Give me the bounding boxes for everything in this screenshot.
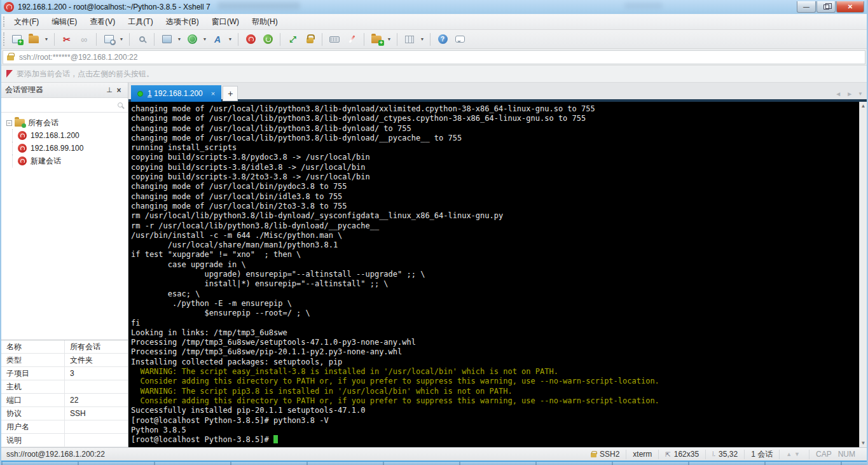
tile-button[interactable] [402,32,417,47]
status-cursor-position: ⁞. 35,32 [705,450,744,459]
property-row: 协议SSH [1,407,128,420]
terminal-line: copying build/scripts-3.8/2to3-3.8 -> /u… [131,172,859,182]
session-search-input[interactable] [4,99,118,111]
session-properties-dropdown[interactable]: ▼ [118,32,125,47]
highlight-button[interactable] [344,32,359,47]
menu-item[interactable]: 文件(F) [8,15,45,29]
status-caps-lock: CAP [809,450,838,459]
toolbar: + ▼ ✂ ∞ ✱ ▼ ▼ ▼ A ▼ ⤢ + ▼ ▼ ? [1,30,867,49]
terminal-line: Processing /tmp/tmp3_6u8swe/pip-20.1.1-p… [131,347,859,357]
session-icon [18,144,27,153]
xshell-app-icon [4,2,14,12]
xftp-button[interactable] [260,32,275,47]
search-icon[interactable] [118,102,123,108]
background-window-artifact [624,3,663,9]
disconnect-button[interactable]: ✂ [59,32,74,47]
menu-item[interactable]: 查看(V) [83,15,121,29]
terminal-line: esac; \ [131,289,859,299]
session-item[interactable]: 192.168.1.200 [4,129,125,142]
window-title: 192.168.1.200 - root@localhost:~/Python-… [18,3,210,11]
menu-item[interactable]: 窗口(W) [205,15,245,29]
close-button[interactable]: ✕ [836,1,864,13]
terminal-line: Successfully installed pip-20.1.1 setupt… [131,406,859,415]
help-button[interactable]: ? [435,32,450,47]
address-field[interactable]: ssh://root:******@192.168.1.200:22 [3,50,865,64]
tab-close-icon[interactable]: × [211,90,215,97]
xshell-button[interactable] [243,32,258,47]
fullscreen-icon: ⤢ [289,34,295,45]
session-properties-button[interactable]: ✱ [101,32,116,47]
web-dropdown[interactable]: ▼ [202,32,208,47]
terminal-output[interactable]: changing mode of /usr/local/lib/python3.… [128,102,859,447]
ssh-lock-icon [591,453,596,457]
property-row: 类型文件夹 [1,354,128,367]
find-button[interactable] [134,32,149,47]
reconnect-icon: ∞ [81,34,87,45]
menu-item[interactable]: 工具(T) [121,15,159,29]
tree-root-all-sessions[interactable]: − 所有会话 [4,116,125,129]
feedback-button[interactable] [452,32,467,47]
new-file-dropdown[interactable]: ▼ [386,32,392,47]
tab-list-dropdown-icon[interactable]: ▼ [858,91,863,97]
property-label: 子项目 [1,367,65,380]
session-label: 192.168.1.200 [31,131,79,140]
scroll-up-down-icons[interactable]: ▲▼ [786,451,803,457]
tab-scroll-left-icon[interactable]: ◄ [835,90,841,97]
property-label: 协议 [1,407,65,420]
open-session-dropdown[interactable]: ▼ [43,32,50,47]
feedback-icon [455,36,465,43]
terminal-line: changing mode of /usr/local/lib/python3.… [131,104,859,114]
scroll-down-icon[interactable]: ▼ [861,440,866,446]
session-properties-table: 名称所有会话类型文件夹子项目3主机端口22协议SSH用户名说明 [1,340,128,447]
new-session-button[interactable]: + [9,32,24,47]
web-button[interactable] [184,32,200,47]
property-row: 说明 [1,434,128,447]
pin-icon[interactable]: ⊥ [105,86,114,94]
title-bar[interactable]: 192.168.1.200 - root@localhost:~/Python-… [1,0,867,14]
font-icon: A [214,34,221,45]
new-tab-button[interactable]: + [223,86,238,101]
new-file-button[interactable]: + [369,32,384,47]
panel-close-icon[interactable]: × [114,86,124,95]
menu-item[interactable]: 选项卡(B) [160,15,205,29]
terminal-line: Consider adding this directory to PATH o… [131,377,859,386]
virtual-keyboard-button[interactable] [327,32,342,47]
collapse-icon[interactable]: − [6,120,12,126]
status-scroll-buttons[interactable]: ▲▼ [779,450,809,459]
tab-label: 192.168.1.200 [154,89,203,98]
menu-item[interactable]: 帮助(H) [245,15,284,29]
menu-item[interactable]: 编辑(E) [45,15,83,29]
session-item[interactable]: 新建会话 [4,155,125,167]
reconnect-button[interactable]: ∞ [76,32,92,47]
scroll-up-icon[interactable]: ▲ [861,103,866,109]
lock-screen-button[interactable] [302,32,317,47]
tile-dropdown[interactable]: ▼ [419,32,425,47]
highlight-pen-icon [348,35,355,43]
tab-scroll-right-icon[interactable]: ► [846,90,853,97]
open-folder-icon [29,36,39,43]
new-session-icon: + [12,35,22,43]
terminal-line: changing mode of /usr/local/lib/python3.… [131,124,859,134]
tab-192-168-1-200[interactable]: 1 192.168.1.200 × [131,85,221,102]
open-session-button[interactable] [26,32,41,47]
font-dropdown[interactable]: ▼ [227,32,233,47]
fullscreen-button[interactable]: ⤢ [285,32,300,47]
terminal-line: changing mode of /usr/local/bin/2to3-3.8… [131,202,859,211]
session-item[interactable]: 192.168.99.100 [4,142,125,155]
terminal-scrollbar[interactable]: ▲ ▼ [859,102,867,447]
terminal-cursor [273,435,278,443]
session-manager-title: 会话管理器 [5,85,105,95]
restore-button[interactable] [816,1,836,13]
layout-dropdown[interactable]: ▼ [176,32,183,47]
minimize-button[interactable]: — [797,1,816,13]
status-terminal-type[interactable]: xterm [626,450,658,459]
background-window-artifact [217,2,300,10]
font-button[interactable]: A [210,32,225,47]
tree-root-label: 所有会话 [28,118,59,128]
terminal-line: $ensurepip --root=/ ; \ [131,309,859,318]
terminal-line: fi [131,319,859,328]
property-row: 子项目3 [1,367,128,380]
status-protocol: SSH2 [584,450,626,459]
layout-button[interactable] [159,32,174,47]
property-row: 端口22 [1,394,128,407]
